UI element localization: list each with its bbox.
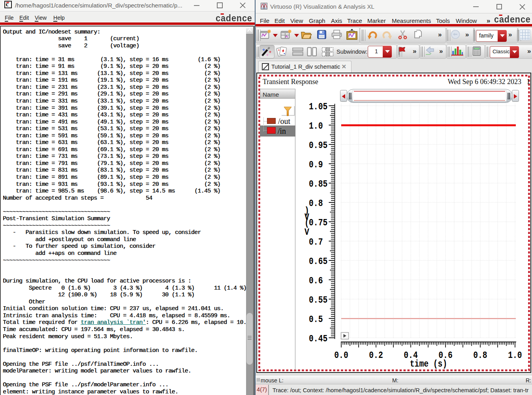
svg-text:1.05: 1.05 [309, 101, 327, 112]
svg-text:V: V [305, 227, 310, 238]
svg-text:Name: Name [263, 91, 279, 98]
svg-text:0.95: 0.95 [309, 140, 327, 151]
svg-text:0.75: 0.75 [309, 217, 327, 228]
svg-text:Transient Response: Transient Response [263, 78, 318, 86]
svg-text:0.8: 0.8 [473, 350, 487, 361]
svg-text:1.0: 1.0 [508, 350, 522, 361]
svg-text:0.8: 0.8 [309, 198, 323, 209]
svg-text:0.6: 0.6 [309, 275, 323, 286]
svg-text:0.85: 0.85 [309, 179, 327, 189]
svg-text:0.65: 0.65 [309, 256, 327, 267]
svg-text:0.2: 0.2 [369, 350, 383, 361]
svg-text:1.0: 1.0 [309, 121, 323, 131]
svg-text:0.5: 0.5 [309, 314, 323, 325]
svg-text:1: 1 [526, 78, 530, 86]
svg-text:0.0: 0.0 [334, 350, 348, 361]
svg-text:0.55: 0.55 [309, 295, 327, 305]
svg-text:time (s): time (s) [410, 359, 447, 369]
svg-text:/in: /in [278, 127, 286, 135]
svg-text:0.9: 0.9 [309, 159, 323, 170]
svg-text:0.45: 0.45 [309, 333, 327, 344]
svg-text:Wed Sep 6 06:49:32 2023: Wed Sep 6 06:49:32 2023 [447, 78, 521, 86]
svg-text:/out: /out [278, 117, 291, 125]
svg-text:0.7: 0.7 [309, 237, 323, 247]
